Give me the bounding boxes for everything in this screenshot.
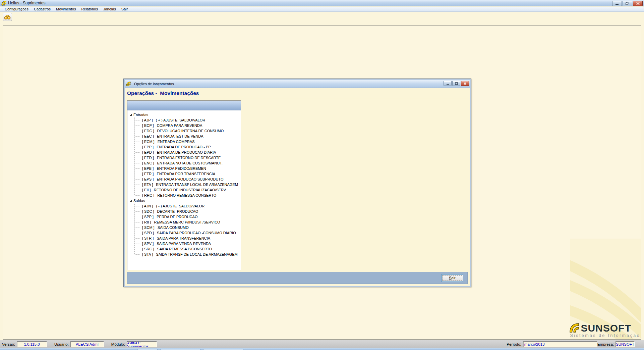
restore-button[interactable] [623, 1, 632, 6]
tree-group-label: Saídas [133, 199, 145, 203]
status-field-empresa: Empresa: SUNSOFT [597, 341, 635, 347]
taskbar-button[interactable] [137, 349, 158, 350]
tree-expanded-icon[interactable] [130, 114, 132, 116]
tree-panel-header [127, 101, 241, 110]
dialog-close-button[interactable] [461, 81, 469, 86]
toolbar [3, 13, 12, 22]
sair-button[interactable]: Sair [441, 274, 463, 282]
app-logo-icon [1, 1, 6, 6]
close-button[interactable] [633, 1, 643, 6]
status-field-label: Empresa: [597, 342, 614, 346]
tree-item[interactable]: [ AJN ] ( - ) AJUSTE SALDO/VALOR [127, 203, 241, 209]
tree-item[interactable]: [ STA ] SAIDA TRANSF DE LOCAL DE ARMAZEN… [127, 252, 241, 257]
dialog-icon [126, 82, 131, 86]
window-titlebar: Helius - Suprimentos [0, 0, 644, 6]
status-field-verso: Versão: 1.0.115.0 [2, 341, 47, 347]
status-field-value: SSEST-Suprimentos [127, 341, 157, 347]
status-field-usurio: Usuário: ALECS[Adm] [54, 341, 104, 347]
tree-group-label: Entradas [133, 113, 148, 117]
minimize-button[interactable] [612, 1, 622, 6]
status-field-mdulo: Módulo: SSEST-Suprimentos [111, 341, 157, 347]
tree-item[interactable]: [ SDC ] DECARTE -PRODUCAO [127, 209, 241, 214]
operations-tree: Entradas[ AJP ] ( + ) AJUSTE SALDO/VALOR… [127, 110, 241, 270]
status-field-label: Período: [507, 342, 521, 346]
tree-item[interactable]: [ SRC ] SAIDA REMESSA P/CONSERTO [127, 246, 241, 252]
tree-item[interactable]: [ SPV ] SAIDA PARA VENDA-REVENDA [127, 241, 241, 246]
tree-item[interactable]: [ EED ] ENTRADA ESTORNO DE DESCARTE [127, 155, 241, 160]
dialog-footer: Sair [127, 272, 468, 284]
tree-expanded-icon[interactable] [130, 200, 132, 202]
status-field-value: ALECS[Adm] [70, 341, 104, 347]
dialog-heading: Operações - Movimentações [125, 88, 470, 99]
tree-item[interactable]: [ RII ] REMESSA MERC P/INDUST./SERVICO [127, 219, 241, 225]
tree-item[interactable]: [ EII ] RETORNO DE INDUSTRIALIZACAO/SERV [127, 187, 241, 193]
logo-brand-text: SUNSOFT [581, 323, 631, 333]
logo-tagline: Sistemas de Informação [569, 333, 640, 338]
status-field-perodo: Período: marco/2013 [507, 341, 597, 347]
mdi-client-area: SUNSOFT Sistemas de Informação Opções de… [3, 25, 641, 340]
tree-item[interactable]: [ EEC ] ENTRADA EST DE VENDA [127, 134, 241, 139]
tree-item[interactable]: [ ECM ] ENTRADA COMPRAS [127, 139, 241, 144]
tree-item[interactable]: [ EPP ] ENTRADA DE PRODUCAO - PP [127, 144, 241, 150]
sair-button-label: Sair [449, 276, 456, 280]
taskbar-button[interactable] [160, 349, 200, 350]
sunsoft-swoosh-icon [569, 323, 580, 333]
taskbar-button[interactable] [203, 349, 243, 350]
tree-item[interactable]: [ ENC ] ENTRADA NOTA DE CUSTOS/MANUT. [127, 160, 241, 166]
window-title: Helius - Suprimentos [8, 1, 45, 5]
tree-item[interactable]: [ SCM ] SAIDA CONSUMO [127, 225, 241, 230]
status-field-label: Módulo: [111, 342, 125, 346]
status-field-value: marco/2013 [523, 341, 597, 347]
tree-item[interactable]: [ STR ] SAIDA PARA TRANSFERENCIA [127, 236, 241, 241]
status-field-label: Versão: [2, 342, 15, 346]
menu-item-movimentos[interactable]: Movimentos [53, 7, 78, 12]
tree-item[interactable]: [ EPB ] ENTRADA PEDIDO/BREMEN [127, 166, 241, 171]
binoculars-icon [4, 14, 11, 20]
tree-children: [ AJN ] ( - ) AJUSTE SALDO/VALOR[ SDC ] … [127, 203, 241, 257]
menu-item-configuraes[interactable]: Configurações [2, 7, 31, 12]
status-field-value: SUNSOFT [616, 341, 635, 347]
tree-item[interactable]: [ RRC ] RETORNO REMESSA CONSERTO [127, 193, 241, 198]
status-bar: Versão: 1.0.115.0 Usuário: ALECS[Adm] Mó… [0, 340, 644, 348]
tree-item[interactable]: [ EPD ] ENTRADA DE PRODUCAO DIARIA [127, 150, 241, 155]
tree-item[interactable]: [ ECP ] COMPRA PARA REVENDA [127, 123, 241, 128]
tree-group: Entradas[ AJP ] ( + ) AJUSTE SALDO/VALOR… [127, 112, 241, 198]
dialog-maximize-button[interactable] [452, 81, 460, 86]
tree-item[interactable]: [ ETA ] ENTRADA TRANSF LOCAL DE ARMAZENA… [127, 182, 241, 187]
tree-item[interactable]: [ ETR ] ENTRADA POR TRANSFERENCIA [127, 171, 241, 177]
tree-group-row-entradas[interactable]: Entradas [127, 112, 241, 117]
taskbar[interactable] [0, 348, 644, 350]
menu-item-cadastros[interactable]: Cadastros [31, 7, 53, 12]
search-toolbar-button[interactable] [3, 13, 12, 21]
tree-group-row-sadas[interactable]: Saídas [127, 198, 241, 203]
tree-item[interactable]: [ SPD ] SAIDA PARA PRODUCAO -CONSUMO DIA… [127, 230, 241, 236]
tree-group: Saídas[ AJN ] ( - ) AJUSTE SALDO/VALOR[ … [127, 198, 241, 257]
tree-item[interactable]: [ SPP ] PERDA DE PRODUCAO [127, 214, 241, 219]
menu-item-janelas[interactable]: Janelas [101, 7, 119, 12]
tree-item[interactable]: [ AJP ] ( + ) AJUSTE SALDO/VALOR [127, 117, 241, 123]
detail-panel [241, 100, 468, 270]
status-field-label: Usuário: [54, 342, 69, 346]
menu-item-sair[interactable]: Sair [119, 7, 131, 12]
tree-children: [ AJP ] ( + ) AJUSTE SALDO/VALOR[ ECP ] … [127, 117, 241, 198]
menu-item-relatrios[interactable]: Relatórios [78, 7, 101, 12]
tree-item[interactable]: [ EDC ] DEVOLUCAO INTERNA DE CONSUMO [127, 128, 241, 134]
tree-item[interactable]: [ EPS ] ENTRADA PRODUCAO SUBPRODUTO [127, 177, 241, 182]
dialog-minimize-button[interactable] [444, 81, 452, 86]
sunsoft-logo: SUNSOFT Sistemas de Informação [569, 323, 640, 338]
status-field-value: 1.0.115.0 [17, 341, 47, 347]
dialog-title: Opções de lançamentos [134, 82, 174, 86]
operations-tree-panel: Entradas[ AJP ] ( + ) AJUSTE SALDO/VALOR… [127, 100, 241, 270]
menu-bar: ConfiguraçõesCadastrosMovimentosRelatóri… [0, 7, 644, 12]
opcoes-lancamentos-dialog: Opções de lançamentos Operações - Movime… [123, 79, 471, 287]
dialog-titlebar[interactable]: Opções de lançamentos [125, 80, 470, 88]
